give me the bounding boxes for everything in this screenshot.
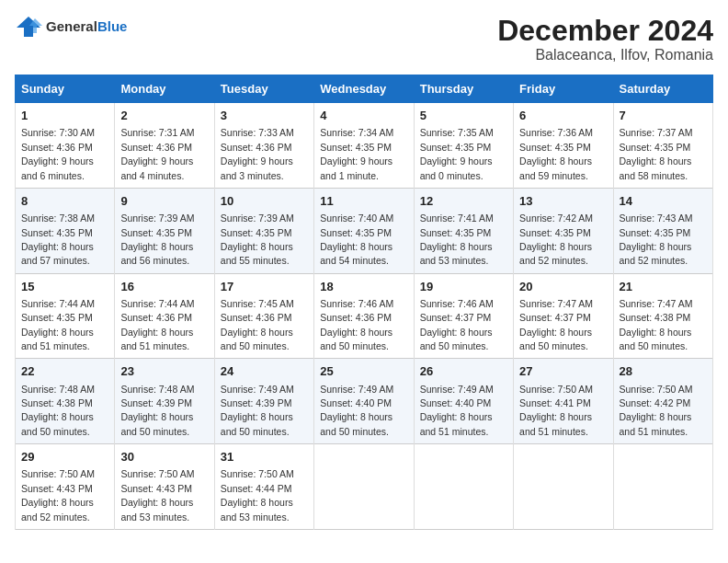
day-number: 9 bbox=[120, 193, 208, 210]
day-info: Sunrise: 7:47 AMSunset: 4:37 PMDaylight:… bbox=[519, 298, 593, 351]
day-info: Sunrise: 7:30 AMSunset: 4:36 PMDaylight:… bbox=[21, 127, 95, 180]
day-cell-16: 16Sunrise: 7:44 AMSunset: 4:36 PMDayligh… bbox=[115, 273, 214, 359]
day-info: Sunrise: 7:45 AMSunset: 4:36 PMDaylight:… bbox=[221, 298, 294, 351]
day-number: 13 bbox=[519, 193, 607, 210]
day-info: Sunrise: 7:47 AMSunset: 4:38 PMDaylight:… bbox=[620, 298, 693, 351]
day-number: 5 bbox=[420, 108, 507, 124]
day-number: 23 bbox=[120, 363, 208, 380]
day-cell-19: 19Sunrise: 7:46 AMSunset: 4:37 PMDayligh… bbox=[414, 273, 513, 359]
day-number: 1 bbox=[21, 108, 108, 124]
title-area: December 2024 Balaceanca, Ilfov, Romania bbox=[497, 15, 713, 63]
day-number: 18 bbox=[320, 279, 407, 295]
day-info: Sunrise: 7:43 AMSunset: 4:35 PMDaylight:… bbox=[620, 213, 693, 266]
day-info: Sunrise: 7:35 AMSunset: 4:35 PMDaylight:… bbox=[420, 127, 494, 180]
day-number: 7 bbox=[620, 108, 707, 124]
header: GeneralBlue December 2024 Balaceanca, Il… bbox=[15, 15, 713, 63]
week-row-2: 8Sunrise: 7:38 AMSunset: 4:35 PMDaylight… bbox=[16, 188, 713, 273]
day-number: 3 bbox=[221, 108, 308, 124]
day-cell-2: 2Sunrise: 7:31 AMSunset: 4:36 PMDaylight… bbox=[115, 103, 214, 189]
day-info: Sunrise: 7:38 AMSunset: 4:35 PMDaylight:… bbox=[21, 213, 95, 266]
day-number: 14 bbox=[620, 193, 707, 210]
day-number: 12 bbox=[420, 193, 507, 210]
day-cell-12: 12Sunrise: 7:41 AMSunset: 4:35 PMDayligh… bbox=[414, 188, 513, 273]
day-number: 30 bbox=[120, 449, 208, 465]
week-row-4: 22Sunrise: 7:48 AMSunset: 4:38 PMDayligh… bbox=[16, 359, 713, 444]
day-info: Sunrise: 7:44 AMSunset: 4:35 PMDaylight:… bbox=[21, 298, 95, 351]
day-number: 27 bbox=[519, 363, 607, 380]
day-number: 26 bbox=[420, 363, 507, 380]
day-info: Sunrise: 7:39 AMSunset: 4:35 PMDaylight:… bbox=[120, 213, 194, 266]
day-cell-10: 10Sunrise: 7:39 AMSunset: 4:35 PMDayligh… bbox=[214, 188, 313, 273]
day-info: Sunrise: 7:49 AMSunset: 4:40 PMDaylight:… bbox=[320, 384, 393, 437]
page-subtitle: Balaceanca, Ilfov, Romania bbox=[497, 47, 713, 63]
day-cell-8: 8Sunrise: 7:38 AMSunset: 4:35 PMDaylight… bbox=[16, 188, 115, 273]
logo-text: GeneralBlue bbox=[46, 18, 127, 35]
day-cell-31: 31Sunrise: 7:50 AMSunset: 4:44 PMDayligh… bbox=[214, 444, 313, 530]
col-header-sunday: Sunday bbox=[16, 75, 115, 103]
day-cell-4: 4Sunrise: 7:34 AMSunset: 4:35 PMDaylight… bbox=[314, 103, 414, 189]
day-info: Sunrise: 7:49 AMSunset: 4:40 PMDaylight:… bbox=[420, 384, 494, 437]
day-cell-11: 11Sunrise: 7:40 AMSunset: 4:35 PMDayligh… bbox=[314, 188, 414, 273]
day-info: Sunrise: 7:46 AMSunset: 4:37 PMDaylight:… bbox=[420, 298, 494, 351]
day-info: Sunrise: 7:37 AMSunset: 4:35 PMDaylight:… bbox=[620, 127, 693, 180]
col-header-monday: Monday bbox=[115, 75, 214, 103]
day-number: 24 bbox=[221, 363, 308, 380]
empty-cell bbox=[613, 444, 712, 530]
day-info: Sunrise: 7:48 AMSunset: 4:38 PMDaylight:… bbox=[21, 384, 95, 437]
day-cell-5: 5Sunrise: 7:35 AMSunset: 4:35 PMDaylight… bbox=[414, 103, 513, 189]
day-number: 31 bbox=[221, 449, 308, 465]
day-info: Sunrise: 7:50 AMSunset: 4:41 PMDaylight:… bbox=[519, 384, 593, 437]
day-cell-20: 20Sunrise: 7:47 AMSunset: 4:37 PMDayligh… bbox=[514, 273, 613, 359]
day-number: 6 bbox=[519, 108, 607, 124]
day-info: Sunrise: 7:34 AMSunset: 4:35 PMDaylight:… bbox=[320, 127, 393, 180]
day-info: Sunrise: 7:41 AMSunset: 4:35 PMDaylight:… bbox=[420, 213, 494, 266]
day-info: Sunrise: 7:31 AMSunset: 4:36 PMDaylight:… bbox=[120, 127, 194, 180]
day-info: Sunrise: 7:50 AMSunset: 4:44 PMDaylight:… bbox=[221, 468, 294, 522]
logo-icon bbox=[15, 15, 42, 39]
day-cell-1: 1Sunrise: 7:30 AMSunset: 4:36 PMDaylight… bbox=[16, 103, 115, 189]
col-header-saturday: Saturday bbox=[613, 75, 712, 103]
day-number: 20 bbox=[519, 279, 607, 295]
day-cell-3: 3Sunrise: 7:33 AMSunset: 4:36 PMDaylight… bbox=[214, 103, 313, 189]
empty-cell bbox=[414, 444, 513, 530]
week-row-5: 29Sunrise: 7:50 AMSunset: 4:43 PMDayligh… bbox=[16, 444, 713, 530]
day-info: Sunrise: 7:33 AMSunset: 4:36 PMDaylight:… bbox=[221, 127, 294, 180]
day-number: 15 bbox=[21, 279, 108, 295]
day-cell-25: 25Sunrise: 7:49 AMSunset: 4:40 PMDayligh… bbox=[314, 359, 414, 444]
day-number: 11 bbox=[320, 193, 407, 210]
day-info: Sunrise: 7:40 AMSunset: 4:35 PMDaylight:… bbox=[320, 213, 393, 266]
empty-cell bbox=[514, 444, 613, 530]
day-number: 16 bbox=[120, 279, 208, 295]
day-info: Sunrise: 7:50 AMSunset: 4:42 PMDaylight:… bbox=[620, 384, 693, 437]
svg-marker-1 bbox=[17, 17, 40, 37]
calendar-table: SundayMondayTuesdayWednesdayThursdayFrid… bbox=[15, 75, 713, 530]
day-info: Sunrise: 7:46 AMSunset: 4:36 PMDaylight:… bbox=[320, 298, 393, 351]
day-cell-17: 17Sunrise: 7:45 AMSunset: 4:36 PMDayligh… bbox=[214, 273, 313, 359]
day-info: Sunrise: 7:50 AMSunset: 4:43 PMDaylight:… bbox=[120, 468, 194, 522]
day-number: 4 bbox=[320, 108, 407, 124]
day-cell-21: 21Sunrise: 7:47 AMSunset: 4:38 PMDayligh… bbox=[613, 273, 712, 359]
day-cell-22: 22Sunrise: 7:48 AMSunset: 4:38 PMDayligh… bbox=[16, 359, 115, 444]
day-number: 29 bbox=[21, 449, 108, 465]
day-cell-13: 13Sunrise: 7:42 AMSunset: 4:35 PMDayligh… bbox=[514, 188, 613, 273]
col-header-friday: Friday bbox=[514, 75, 613, 103]
col-header-thursday: Thursday bbox=[414, 75, 513, 103]
day-cell-24: 24Sunrise: 7:49 AMSunset: 4:39 PMDayligh… bbox=[214, 359, 313, 444]
day-cell-28: 28Sunrise: 7:50 AMSunset: 4:42 PMDayligh… bbox=[613, 359, 712, 444]
day-info: Sunrise: 7:48 AMSunset: 4:39 PMDaylight:… bbox=[120, 384, 194, 437]
day-cell-7: 7Sunrise: 7:37 AMSunset: 4:35 PMDaylight… bbox=[613, 103, 712, 189]
day-number: 25 bbox=[320, 363, 407, 380]
day-info: Sunrise: 7:36 AMSunset: 4:35 PMDaylight:… bbox=[519, 127, 593, 180]
day-number: 2 bbox=[120, 108, 208, 124]
page-title: December 2024 bbox=[497, 15, 713, 47]
day-cell-30: 30Sunrise: 7:50 AMSunset: 4:43 PMDayligh… bbox=[115, 444, 214, 530]
day-cell-26: 26Sunrise: 7:49 AMSunset: 4:40 PMDayligh… bbox=[414, 359, 513, 444]
logo: GeneralBlue bbox=[15, 15, 127, 39]
day-cell-23: 23Sunrise: 7:48 AMSunset: 4:39 PMDayligh… bbox=[115, 359, 214, 444]
empty-cell bbox=[314, 444, 414, 530]
header-row: SundayMondayTuesdayWednesdayThursdayFrid… bbox=[16, 75, 713, 103]
day-number: 21 bbox=[620, 279, 707, 295]
day-info: Sunrise: 7:39 AMSunset: 4:35 PMDaylight:… bbox=[221, 213, 294, 266]
day-number: 8 bbox=[21, 193, 108, 210]
day-cell-27: 27Sunrise: 7:50 AMSunset: 4:41 PMDayligh… bbox=[514, 359, 613, 444]
